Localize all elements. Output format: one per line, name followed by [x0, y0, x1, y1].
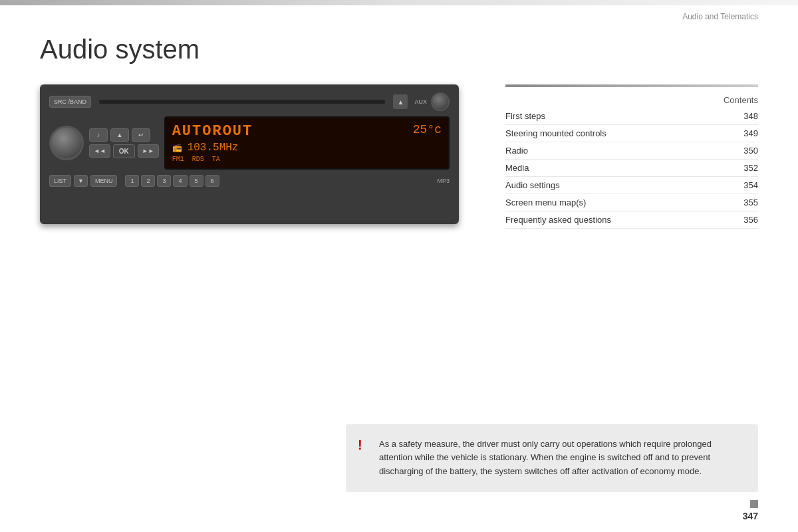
contents-row-media: Media 352 — [505, 160, 758, 177]
aux-label: AUX — [414, 98, 427, 105]
radio-icon: 📻 — [172, 143, 182, 152]
menu-button[interactable]: MENU — [90, 175, 118, 187]
top-bar — [0, 0, 798, 5]
eject-button[interactable]: ▲ — [393, 94, 408, 109]
radio-top-row: SRC /BAND ▲ AUX — [49, 92, 450, 111]
contents-row-screen-menu: Screen menu map(s) 355 — [505, 194, 758, 211]
contents-item-page: 348 — [743, 111, 758, 121]
middle-ctrl-row: ◄◄ OK ►► — [89, 144, 159, 158]
music-button[interactable]: ♪ — [89, 128, 108, 142]
preset-2[interactable]: 2 — [141, 175, 155, 187]
contents-row-steering: Steering mounted controls 349 — [505, 125, 758, 142]
display-fm1: FM1 — [172, 156, 184, 163]
page-square — [750, 500, 758, 508]
music-icon: ♪ — [97, 132, 100, 138]
contents-header-row: Contents — [505, 95, 758, 108]
radio-middle-row: ♪ ▲ ↩ ◄◄ OK — [49, 116, 450, 170]
contents-area: Contents First steps 348 Steering mounte… — [505, 84, 758, 229]
contents-item-page: 352 — [743, 163, 758, 173]
back-button[interactable]: ↩ — [132, 128, 150, 142]
warning-text: As a safety measure, the driver must onl… — [379, 438, 745, 479]
radio-unit: SRC /BAND ▲ AUX ♪ ▲ — [40, 84, 459, 224]
contents-item-page: 349 — [743, 128, 758, 138]
eject-icon: ▲ — [398, 98, 404, 106]
down-button[interactable]: ▼ — [74, 175, 88, 187]
ok-label: OK — [119, 148, 129, 155]
top-ctrl-row: ♪ ▲ ↩ — [89, 128, 159, 142]
contents-row-audio-settings: Audio settings 354 — [505, 177, 758, 194]
display-top: AUTOROUT 25°c — [172, 123, 442, 140]
contents-item-name: Steering mounted controls — [505, 128, 606, 138]
page-title: Audio system — [0, 21, 798, 84]
contents-item-name: Screen menu map(s) — [505, 198, 586, 207]
display-bottom: FM1 RDS TA — [172, 156, 442, 163]
contents-item-page: 356 — [743, 215, 758, 225]
preset-4[interactable]: 4 — [173, 175, 187, 187]
back-icon: ↩ — [138, 132, 144, 138]
cd-slot — [99, 100, 385, 104]
contents-table: Contents First steps 348 Steering mounte… — [505, 95, 758, 229]
contents-item-name: Radio — [505, 146, 528, 156]
control-buttons: ♪ ▲ ↩ ◄◄ OK — [89, 128, 159, 158]
contents-item-page: 355 — [743, 198, 758, 207]
preset-1[interactable]: 1 — [125, 175, 139, 187]
contents-row-radio: Radio 350 — [505, 142, 758, 160]
up-icon: ▲ — [117, 132, 123, 138]
contents-item-page: 350 — [743, 146, 758, 156]
header-section: Audio and Telematics — [0, 5, 798, 21]
ok-button[interactable]: OK — [113, 144, 135, 158]
contents-header: Contents — [724, 95, 758, 105]
display-rds: RDS — [192, 156, 204, 163]
contents-item-name: Media — [505, 163, 529, 173]
preset-buttons: 1 2 3 4 5 6 — [125, 175, 219, 187]
preset-5[interactable]: 5 — [190, 175, 203, 187]
aux-knob[interactable] — [431, 92, 450, 111]
forward-icon: ►► — [142, 148, 154, 154]
contents-divider — [505, 84, 758, 87]
display-temp: 25°c — [413, 123, 442, 136]
contents-row-faq: Frequently asked questions 356 — [505, 211, 758, 229]
mp3-label: MP3 — [437, 178, 450, 184]
chapter-label: Audio and Telematics — [682, 12, 758, 21]
radio-display: AUTOROUT 25°c 📻 103.5MHz FM1 RDS TA — [164, 116, 450, 170]
radio-bottom-row: LIST ▼ MENU 1 2 3 4 5 6 MP3 — [49, 175, 450, 187]
warning-section: ! As a safety measure, the driver must o… — [346, 424, 758, 492]
up-button[interactable]: ▲ — [110, 128, 129, 142]
page-number: 347 — [743, 511, 758, 521]
radio-image-area: SRC /BAND ▲ AUX ♪ ▲ — [40, 84, 466, 229]
contents-row-first-steps: First steps 348 — [505, 108, 758, 125]
contents-item-page: 354 — [743, 180, 758, 190]
main-content: SRC /BAND ▲ AUX ♪ ▲ — [0, 84, 798, 229]
contents-item-name: Audio settings — [505, 180, 560, 190]
contents-item-name: Frequently asked questions — [505, 215, 611, 225]
src-band-button[interactable]: SRC /BAND — [49, 96, 91, 108]
down-icon: ▼ — [78, 178, 84, 184]
display-freq: 103.5MHz — [188, 142, 239, 154]
display-ta: TA — [212, 156, 220, 163]
preset-6[interactable]: 6 — [205, 175, 219, 187]
display-main-text: AUTOROUT — [172, 123, 253, 140]
preset-3[interactable]: 3 — [157, 175, 171, 187]
forward-button[interactable]: ►► — [138, 144, 159, 158]
contents-item-name: First steps — [505, 111, 545, 121]
display-freq-row: 📻 103.5MHz — [172, 142, 442, 154]
page-number-area: 347 — [743, 500, 758, 521]
volume-knob[interactable] — [49, 126, 84, 160]
warning-icon: ! — [358, 438, 362, 453]
list-button[interactable]: LIST — [49, 175, 71, 187]
rewind-button[interactable]: ◄◄ — [89, 144, 110, 158]
rewind-icon: ◄◄ — [94, 148, 106, 154]
